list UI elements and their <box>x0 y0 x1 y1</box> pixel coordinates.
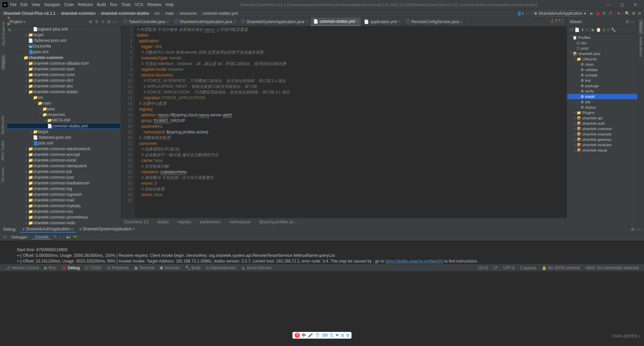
menu-run[interactable]: Run <box>108 2 119 7</box>
status-schema[interactable]: 🔒 No JSON schema <box>539 266 583 270</box>
maven-item[interactable]: ›📁 Plugins <box>567 110 637 115</box>
tree-item[interactable]: ›📁 sharetek-common-elasticsearch <box>7 146 120 152</box>
maven-download-icon[interactable]: ⬇ <box>581 27 584 32</box>
maven-item[interactable]: ⚙ compile <box>567 72 637 78</box>
maven-item[interactable]: ›📦 sharetek-api <box>567 115 637 121</box>
maven-gen-icon[interactable]: 📄 <box>575 27 580 32</box>
breadcrumb-seg[interactable]: sharetek-common <box>59 11 97 16</box>
tree-item[interactable]: ›📁 sharetek-common-mail <box>7 197 120 203</box>
tree-item[interactable]: 📘 pom.xml <box>7 49 120 55</box>
breadcrumb-seg[interactable]: main <box>164 11 175 16</box>
close-icon[interactable]: × <box>398 20 400 23</box>
code-editor[interactable]: 1234567891011121314151617181920212223242… <box>121 26 567 218</box>
maven-item[interactable]: ›📦 sharetek-visual <box>567 148 637 153</box>
tree-item[interactable]: ›📁 sharetek-common-loadbalancer <box>7 180 120 186</box>
debug-pause-icon[interactable]: ⏸ <box>7 27 11 32</box>
status-indent[interactable]: 2 spaces <box>518 266 539 270</box>
editor-crumb[interactable]: parameters: <box>199 220 222 224</box>
editor-tab[interactable]: 📄application.yml× <box>361 17 403 26</box>
maven-hide-icon[interactable]: ⚙ <box>626 19 629 24</box>
maven-item[interactable]: ›📦 sharetek-auth <box>567 121 637 126</box>
editor-tab[interactable]: ⒾRemoteConfigService.java× <box>404 17 466 26</box>
maven-item[interactable]: ⚙ verify <box>567 89 637 94</box>
status-run[interactable]: ▶ Run <box>42 266 59 270</box>
maven-run-icon[interactable]: ▶ <box>592 27 595 32</box>
breadcrumb-seg[interactable]: sharetek-common-dubbo <box>100 11 151 16</box>
maven-toggle-icon[interactable]: ⊘ <box>602 27 606 32</box>
window-close[interactable]: ✕ <box>629 0 642 9</box>
tree-item[interactable]: ›📁 sharetek-common-bom <box>7 66 120 72</box>
run-config-combo[interactable]: SharetekAuthApplication ▾ <box>532 10 588 16</box>
step-into-icon[interactable]: ↓ <box>59 235 61 239</box>
maven-title[interactable]: Maven <box>570 19 582 24</box>
editor-crumb[interactable]: registry: <box>177 220 193 224</box>
maven-item[interactable]: ˅📋 Profiles <box>567 35 637 40</box>
add-config-icon[interactable]: 👤▾ <box>517 11 524 16</box>
maven-item[interactable]: ›📦 sharetek-gateway <box>567 137 637 142</box>
menu-code[interactable]: Code <box>62 2 76 7</box>
status-enc[interactable]: UTF-8 <box>501 266 518 270</box>
maven-item[interactable]: ⚙ package <box>567 83 637 89</box>
search-icon[interactable]: 🔍 <box>625 11 630 16</box>
tree-item[interactable]: ›📁 target <box>7 32 120 38</box>
maven-item[interactable]: ☑ dev <box>567 40 637 46</box>
tool-notifications[interactable]: Notifications <box>639 35 643 59</box>
tree-item[interactable]: ˅📁 resources <box>7 112 120 117</box>
inspection-widget[interactable]: ⚠ 7 ^ ˅ <box>550 19 564 23</box>
tree-item[interactable]: ˅📁 sharetek-common <box>7 55 120 60</box>
close-icon[interactable]: × <box>357 19 359 23</box>
editor-tab[interactable]: ⒸSharetekAuthApplication.java× <box>172 17 239 26</box>
settings-sync-icon[interactable]: ⚙ <box>632 11 636 16</box>
maven-item[interactable]: ›📦 sharetek-modules <box>567 142 637 148</box>
maven-item[interactable]: ˅📁 Lifecycle <box>567 56 637 62</box>
close-icon[interactable]: × <box>167 20 169 23</box>
editor-tab[interactable]: 📄common-dubbo.yml× <box>311 17 361 26</box>
status-deps[interactable]: ⧉ Dependencies <box>203 266 239 270</box>
tool-project[interactable]: Project <box>1 55 5 70</box>
hide-tree-icon[interactable]: — <box>112 19 118 25</box>
tree-item[interactable]: ›📁 sharetek-common-prometheus <box>7 214 120 220</box>
tree-item[interactable]: ›📁 java <box>7 106 120 112</box>
tree-item[interactable]: ›📁 META-INF <box>7 117 120 123</box>
tool-azure-explorer[interactable]: Azure Explorer <box>1 19 5 48</box>
maven-item[interactable]: ˅📦 sharetek-plus <box>567 51 637 56</box>
maven-item[interactable]: ⚙ validate <box>567 67 637 72</box>
breadcrumb-seg[interactable]: resources <box>178 11 199 16</box>
window-minimize[interactable]: — <box>602 0 615 9</box>
debug-tab-2[interactable]: ● SharetekSystemApplication × <box>76 226 138 233</box>
menu-view[interactable]: View <box>30 2 42 7</box>
status-build[interactable]: 🔨 Build <box>182 266 203 270</box>
editor-crumb[interactable]: Document 1/1 <box>123 220 150 224</box>
status-services[interactable]: ⬢ Services <box>157 266 182 270</box>
coverage-icon[interactable]: ⛨ <box>602 11 606 16</box>
tree-item[interactable]: ›📁 sharetek-common-json <box>7 174 120 180</box>
close-icon[interactable]: × <box>461 20 463 23</box>
window-maximize[interactable]: ▢ <box>615 0 629 9</box>
menu-tools[interactable]: Tools <box>119 2 133 7</box>
debug-settings-icon[interactable]: ⚙ <box>631 227 635 232</box>
tool-structure[interactable]: Structure <box>0 164 5 186</box>
tree-item[interactable]: 🐳 Dockerfile <box>7 43 120 49</box>
editor-tab[interactable]: ⒸTokenController.java× <box>121 17 172 26</box>
run-icon[interactable]: ▶ <box>590 11 593 16</box>
tree-item[interactable]: ›📁 sharetek-common-logstash <box>7 191 120 197</box>
menu-file[interactable]: File <box>8 2 18 7</box>
tree-item[interactable]: 📄 logback-plus.xml <box>7 26 120 32</box>
tree-item[interactable]: ›📁 sharetek-common-mybatis <box>7 203 120 209</box>
debug-tab-1[interactable]: ● SharetekAuthApplication × <box>20 226 76 233</box>
maven-item[interactable]: ⚙ test <box>567 78 637 83</box>
tree-item[interactable]: ›📁 sharetek-common-doc <box>7 83 120 89</box>
close-icon[interactable]: × <box>233 20 235 23</box>
tree-item[interactable]: ›📁 target <box>7 129 120 134</box>
maven-offline-icon[interactable]: ⌖ <box>607 27 609 32</box>
maven-item[interactable]: ☐ prod <box>567 46 637 51</box>
console-link[interactable]: https://dubbo.apache.org/faq/3/4 <box>385 259 443 264</box>
menu-window[interactable]: Window <box>145 2 164 7</box>
status-pos[interactable]: 19:43 <box>475 266 491 270</box>
ime-toolbar[interactable]: S 中 🎤 👕 ⌨ ☰ ❤ ⊞ ✿ <box>292 332 352 339</box>
profile-icon[interactable]: ⏱ <box>608 11 612 16</box>
maven-item[interactable]: ⚙ install <box>567 94 637 99</box>
tree-item[interactable]: 📄 .flattened-pom.xml <box>7 134 120 140</box>
status-vc[interactable]: ⎇ Version Control <box>3 266 42 270</box>
tree-item[interactable]: ˅📁 sharetek-common-dubbo <box>7 89 120 95</box>
